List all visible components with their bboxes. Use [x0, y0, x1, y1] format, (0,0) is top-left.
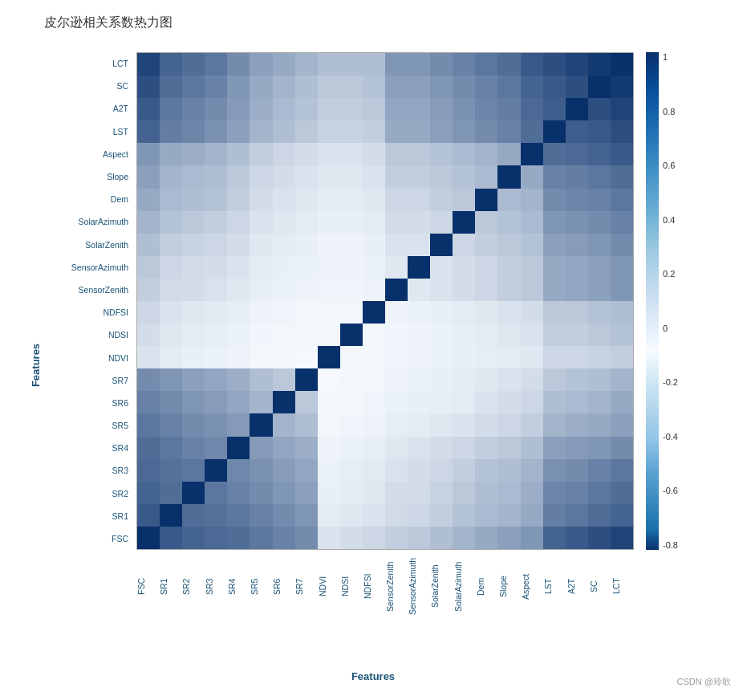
heatmap-cell: [160, 301, 182, 324]
heatmap-cell: [137, 504, 160, 527]
heatmap-cell: [273, 391, 295, 413]
x-label: SC: [589, 551, 611, 624]
heatmap-cell: [227, 368, 250, 391]
heatmap-cell: [521, 279, 543, 301]
heatmap-cell: [475, 391, 497, 413]
heatmap-cell: [475, 459, 497, 482]
heatmap-cell: [453, 53, 475, 75]
heatmap-cell: [453, 211, 475, 234]
heatmap-cell: [137, 53, 160, 75]
heatmap-cell: [588, 437, 611, 459]
heatmap-cell: [430, 346, 453, 368]
heatmap-cell: [160, 459, 182, 482]
heatmap-cell: [453, 324, 475, 346]
heatmap-cell: [295, 211, 318, 234]
heatmap-cell: [521, 53, 543, 75]
heatmap-cell: [385, 53, 408, 75]
heatmap-cell: [385, 368, 408, 391]
heatmap-cell: [227, 324, 250, 346]
y-label: SR4: [44, 437, 132, 459]
heatmap-cell: [430, 256, 453, 279]
heatmap-cell: [318, 368, 340, 391]
heatmap-cell: [182, 98, 205, 120]
heatmap-cell: [363, 53, 385, 75]
heatmap-cell: [363, 391, 385, 413]
heatmap-cell: [363, 279, 385, 301]
heatmap-cell: [408, 189, 430, 211]
heatmap-cell: [318, 324, 340, 346]
heatmap-cell: [385, 211, 408, 234]
heatmap-cell: [363, 437, 385, 459]
heatmap-cell: [430, 368, 453, 391]
heatmap-cell: [385, 346, 408, 368]
heatmap-cell: [543, 234, 566, 256]
heatmap-cell: [227, 165, 250, 188]
heatmap-cell: [611, 279, 633, 301]
x-label: SR1: [159, 551, 181, 624]
page-container: 皮尔逊相关系数热力图 Features LCTSCA2TLSTAspectSlo…: [0, 0, 747, 700]
heatmap-cell: [475, 527, 497, 549]
heatmap-cell: [497, 75, 520, 98]
heatmap-cell: [318, 346, 340, 368]
heatmap-cell: [137, 324, 160, 346]
heatmap-cell: [295, 459, 318, 482]
heatmap-cell: [521, 527, 543, 549]
x-label: SensorZenith: [385, 551, 408, 624]
heatmap-cell: [227, 504, 250, 527]
heatmap-cell: [475, 189, 497, 211]
heatmap-cell: [160, 53, 182, 75]
heatmap-cell: [340, 437, 363, 459]
heatmap-cell: [588, 301, 611, 324]
heatmap-cell: [295, 391, 318, 413]
heatmap-cell: [543, 189, 566, 211]
heatmap-cell: [137, 120, 160, 143]
heatmap-cell: [250, 437, 272, 459]
heatmap-cell: [182, 189, 205, 211]
heatmap-cell: [160, 527, 182, 549]
heatmap-cell: [566, 75, 588, 98]
heatmap-cell: [521, 120, 543, 143]
heatmap-cell: [453, 165, 475, 188]
heatmap-cell: [340, 98, 363, 120]
heatmap-cell: [340, 75, 363, 98]
heatmap-cell: [430, 527, 453, 549]
heatmap-cell: [408, 120, 430, 143]
heatmap-cell: [182, 437, 205, 459]
heatmap-cell: [205, 413, 227, 436]
y-label: SensorZenith: [44, 279, 132, 301]
heatmap-cell: [160, 324, 182, 346]
heatmap-cell: [227, 346, 250, 368]
heatmap-cell: [521, 165, 543, 188]
y-label: Slope: [44, 165, 132, 188]
heatmap-cell: [250, 75, 272, 98]
x-axis-labels: FSCSR1SR2SR3SR4SR5SR6SR7NDVINDSINDFSISen…: [136, 551, 634, 624]
heatmap-cell: [543, 504, 566, 527]
heatmap-cell: [588, 527, 611, 549]
heatmap-cell: [497, 211, 520, 234]
heatmap-cell: [566, 504, 588, 527]
heatmap-cell: [273, 437, 295, 459]
heatmap-cell: [318, 527, 340, 549]
heatmap-cell: [137, 256, 160, 279]
colorbar-tick: -0.2: [663, 377, 678, 387]
heatmap-cell: [227, 527, 250, 549]
heatmap-cell: [588, 53, 611, 75]
heatmap-cell: [497, 527, 520, 549]
heatmap-cell: [566, 189, 588, 211]
heatmap-cell: [611, 211, 633, 234]
heatmap-cell: [408, 368, 430, 391]
heatmap-cell: [318, 98, 340, 120]
y-label: SolarZenith: [44, 234, 132, 256]
heatmap-cell: [295, 346, 318, 368]
heatmap-cell: [521, 368, 543, 391]
heatmap-cell: [430, 189, 453, 211]
heatmap-cell: [137, 279, 160, 301]
heatmap-cell: [318, 75, 340, 98]
heatmap-cell: [227, 189, 250, 211]
x-label: SR5: [250, 551, 272, 624]
heatmap-cell: [385, 120, 408, 143]
heatmap-cell: [521, 211, 543, 234]
heatmap-cell: [160, 504, 182, 527]
heatmap-cell: [205, 301, 227, 324]
heatmap-cell: [497, 324, 520, 346]
